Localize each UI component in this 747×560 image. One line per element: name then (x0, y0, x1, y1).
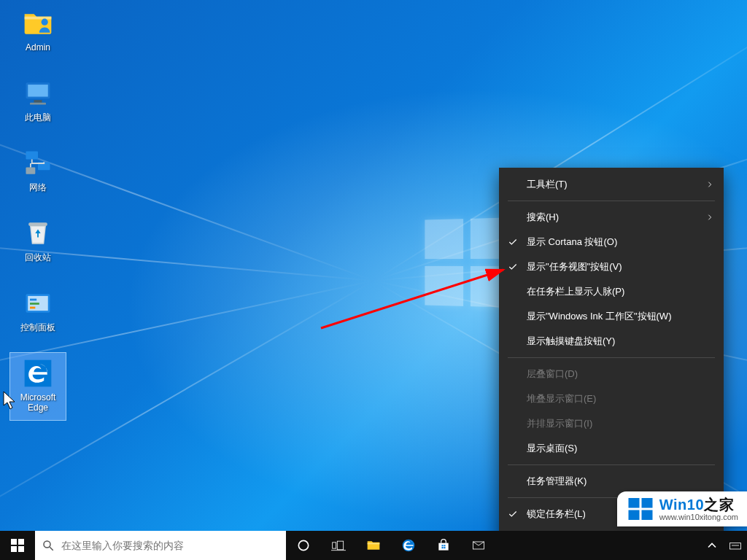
menu-item-show-task-view[interactable]: 显示"任务视图"按钮(V) (499, 254, 724, 279)
desktop-icon-recycle-bin[interactable]: 回收站 (10, 213, 66, 280)
desktop-icon-network[interactable]: 网络 (10, 143, 66, 210)
this-pc-icon (20, 76, 55, 111)
start-button[interactable] (0, 531, 35, 560)
taskbar-search-box[interactable] (35, 531, 286, 560)
desktop[interactable]: Admin 此电脑 网络 回收站 控制面板 (0, 0, 747, 560)
menu-item-label: 在任务栏上显示人脉(P) (527, 285, 624, 298)
microsoft-store-button[interactable] (426, 531, 461, 560)
svg-point-25 (44, 541, 50, 548)
svg-rect-16 (628, 498, 639, 508)
desktop-icon-this-pc[interactable]: 此电脑 (10, 73, 66, 140)
menu-item-search[interactable]: 搜索(H) (499, 205, 724, 230)
menu-item-label: 显示"Windows Ink 工作区"按钮(W) (527, 310, 671, 323)
keyboard-icon (728, 538, 743, 553)
recycle-bin-icon (20, 216, 55, 251)
desktop-icon-label: 控制面板 (20, 322, 55, 332)
network-icon (20, 146, 55, 181)
windows-logo-icon (627, 496, 654, 522)
menu-item-cascade: 层叠窗口(D) (499, 362, 724, 386)
brand-url: www.win10xitong.com (659, 513, 738, 521)
edge-icon (20, 356, 55, 391)
task-view-icon (331, 538, 346, 553)
check-icon (508, 262, 518, 272)
search-icon (35, 539, 61, 552)
menu-item-side-by-side: 并排显示窗口(I) (499, 411, 724, 436)
menu-item-label: 显示"任务视图"按钮(V) (527, 260, 622, 273)
chevron-right-icon (706, 214, 713, 221)
svg-rect-4 (30, 103, 46, 105)
desktop-icon-label: 网络 (29, 182, 47, 192)
edge-taskbar-button[interactable] (391, 531, 426, 560)
menu-item-label: 堆叠显示窗口(E) (527, 392, 596, 405)
svg-rect-29 (337, 541, 343, 550)
svg-point-0 (42, 19, 48, 26)
desktop-icon-control-panel[interactable]: 控制面板 (10, 283, 66, 350)
windows-start-icon (11, 539, 24, 552)
svg-rect-5 (26, 152, 39, 160)
svg-rect-13 (30, 307, 35, 309)
file-explorer-button[interactable] (356, 531, 391, 560)
svg-rect-23 (11, 546, 17, 552)
mail-icon (471, 538, 486, 553)
menu-item-show-people[interactable]: 在任务栏上显示人脉(P) (499, 279, 724, 304)
chevron-right-icon (706, 181, 713, 188)
svg-rect-8 (28, 222, 47, 226)
menu-item-stack: 堆叠显示窗口(E) (499, 386, 724, 411)
desktop-icon-microsoft-edge[interactable]: Microsoft Edge (10, 353, 66, 420)
menu-separator (508, 464, 715, 465)
desktop-icon-label: 此电脑 (25, 112, 51, 122)
svg-rect-33 (730, 543, 741, 549)
desktop-icon-admin[interactable]: Admin (10, 3, 66, 70)
desktop-icon-label: Admin (26, 42, 50, 52)
menu-separator (508, 201, 715, 201)
mail-button[interactable] (461, 531, 496, 560)
menu-item-label: 显示桌面(S) (527, 442, 577, 455)
svg-rect-28 (333, 542, 336, 548)
menu-item-show-ink[interactable]: 显示"Windows Ink 工作区"按钮(W) (499, 304, 724, 329)
menu-item-show-touch-kb[interactable]: 显示触摸键盘按钮(Y) (499, 329, 724, 354)
svg-rect-19 (641, 510, 652, 521)
svg-rect-3 (34, 100, 42, 103)
svg-rect-17 (641, 498, 652, 508)
brand-win10: Win10 (659, 497, 704, 513)
svg-rect-18 (628, 510, 639, 521)
brand-suffix: 之家 (704, 497, 734, 513)
search-input[interactable] (61, 540, 286, 551)
menu-item-label: 任务管理器(K) (527, 475, 587, 488)
menu-item-label: 显示 Cortana 按钮(O) (527, 236, 617, 249)
tray-overflow-button[interactable] (700, 531, 724, 560)
menu-item-label: 工具栏(T) (527, 178, 568, 191)
menu-item-label: 显示触摸键盘按钮(Y) (527, 335, 615, 348)
svg-line-26 (50, 547, 53, 551)
svg-rect-22 (18, 539, 24, 545)
menu-item-label: 并排显示窗口(I) (527, 417, 592, 430)
menu-item-label: 层叠窗口(D) (527, 368, 578, 381)
menu-item-label: 锁定任务栏(L) (527, 508, 586, 521)
desktop-icon-label: 回收站 (25, 252, 51, 262)
cortana-button[interactable] (286, 531, 321, 560)
svg-rect-12 (30, 303, 39, 305)
system-tray (700, 531, 747, 560)
svg-rect-7 (26, 168, 36, 174)
svg-rect-2 (28, 85, 48, 96)
control-panel-icon (20, 286, 55, 321)
svg-point-27 (298, 540, 308, 550)
desktop-icons: Admin 此电脑 网络 回收站 控制面板 (10, 3, 66, 423)
desktop-icon-label: Microsoft Edge (10, 392, 66, 413)
check-icon (508, 509, 518, 519)
cortana-icon (296, 538, 311, 553)
taskbar (0, 531, 747, 560)
tray-input-indicator[interactable] (724, 531, 747, 560)
chevron-up-icon (705, 538, 719, 553)
menu-item-show-cortana[interactable]: 显示 Cortana 按钮(O) (499, 230, 724, 254)
check-icon (508, 237, 518, 247)
menu-item-toolbars[interactable]: 工具栏(T) (499, 172, 724, 197)
menu-item-label: 搜索(H) (527, 211, 559, 224)
menu-item-show-desktop[interactable]: 显示桌面(S) (499, 436, 724, 461)
svg-rect-24 (18, 546, 24, 552)
svg-rect-21 (11, 539, 17, 545)
folder-icon (366, 538, 381, 553)
menu-item-task-manager[interactable]: 任务管理器(K) (499, 469, 724, 494)
menu-separator (508, 357, 715, 358)
task-view-button[interactable] (321, 531, 356, 560)
